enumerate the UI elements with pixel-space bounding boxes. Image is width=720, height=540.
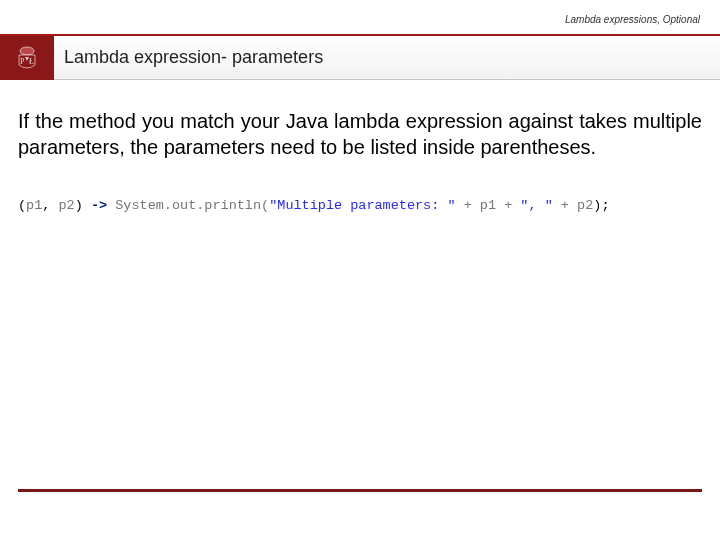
title-bar: Lambda expression- parameters — [54, 36, 720, 80]
title-row: P Ł Lambda expression- parameters — [0, 36, 720, 80]
header-top: Lambda expressions, Optional — [0, 0, 720, 36]
code-token: .println( — [196, 198, 269, 213]
footer-divider — [18, 489, 702, 492]
breadcrumb: Lambda expressions, Optional — [565, 14, 700, 25]
code-string-token: ", " — [520, 198, 552, 213]
code-token: p1 — [480, 198, 496, 213]
code-string-token: "Multiple parameters: " — [269, 198, 455, 213]
code-token: ( — [18, 198, 26, 213]
code-token: out — [172, 198, 196, 213]
code-token: p2 — [59, 198, 75, 213]
code-example: (p1, p2) -> System.out.println("Multiple… — [18, 198, 702, 213]
code-arrow-token: -> — [91, 198, 107, 213]
code-token: p1 — [26, 198, 42, 213]
code-token: ); — [593, 198, 609, 213]
content-area: If the method you match your Java lambda… — [0, 80, 720, 213]
code-token: + — [456, 198, 480, 213]
svg-point-0 — [20, 47, 34, 55]
university-logo-icon: P Ł — [12, 43, 42, 73]
logo-letter-p: P — [20, 57, 25, 66]
code-token: ) — [75, 198, 91, 213]
logo-box: P Ł — [0, 36, 54, 80]
code-token: + — [496, 198, 520, 213]
body-paragraph: If the method you match your Java lambda… — [18, 108, 702, 160]
code-token: System. — [115, 198, 172, 213]
logo-letter-l: Ł — [29, 57, 34, 66]
code-token: , — [42, 198, 58, 213]
slide-title: Lambda expression- parameters — [64, 47, 323, 68]
code-token: p2 — [577, 198, 593, 213]
code-token: + — [553, 198, 577, 213]
